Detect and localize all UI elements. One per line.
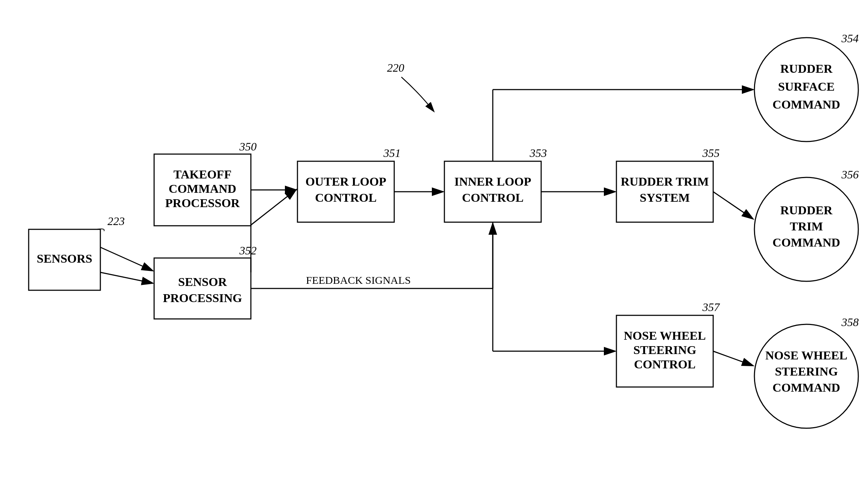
nose-wheel-cmd-label-2: STEERING xyxy=(775,365,838,378)
rudder-trim-cmd-ref: 356 xyxy=(841,168,859,181)
rudder-trim-sys-ref: 355 xyxy=(702,147,720,159)
sensors-label: SENSORS xyxy=(37,252,92,265)
feedback-label: FEEDBACK SIGNALS xyxy=(306,274,411,286)
nose-wheel-ctrl-label-2: STEERING xyxy=(633,343,696,357)
takeoff-label-2: COMMAND xyxy=(169,182,237,195)
diagram-container: 220 SENSORS 223 TAKEOFF COMMAND PROCESSO… xyxy=(0,0,868,492)
nose-wheel-cmd-ref: 358 xyxy=(841,316,859,329)
rudder-trim-sys-label-1: RUDDER TRIM xyxy=(621,175,709,188)
rudder-surface-label-2: SURFACE xyxy=(778,80,835,93)
sensorproc-to-outer-h xyxy=(251,190,296,225)
rudder-trim-cmd-label-3: COMMAND xyxy=(773,236,840,249)
rudder-trim-sys-to-cmd xyxy=(713,192,753,219)
rudder-trim-cmd-label-2: TRIM xyxy=(790,220,823,233)
nose-ctrl-to-cmd xyxy=(713,351,753,366)
rudder-surface-ref: 354 xyxy=(841,32,859,45)
outer-loop-ref: 351 xyxy=(383,147,401,159)
sensors-to-sensorproc-1 xyxy=(100,247,152,271)
inner-loop-ref: 353 xyxy=(529,147,547,159)
outer-loop-label-2: CONTROL xyxy=(315,191,377,204)
nose-wheel-ctrl-label-3: CONTROL xyxy=(634,358,696,371)
rudder-surface-label-3: COMMAND xyxy=(773,98,840,111)
sensors-ref: 223 xyxy=(108,215,125,228)
inner-loop-label-1: INNER LOOP xyxy=(454,175,531,188)
rudder-surface-label-1: RUDDER xyxy=(780,62,833,75)
rudder-trim-sys-label-2: SYSTEM xyxy=(640,191,690,204)
nose-wheel-cmd-label-3: COMMAND xyxy=(773,381,840,394)
sensor-proc-label-2: PROCESSING xyxy=(163,291,242,305)
nose-wheel-cmd-label-1: NOSE WHEEL xyxy=(766,349,848,362)
takeoff-label-1: TAKEOFF xyxy=(173,168,232,181)
sensor-proc-label-1: SENSOR xyxy=(178,275,227,288)
rudder-trim-cmd-label-1: RUDDER xyxy=(780,204,833,217)
outer-loop-label-1: OUTER LOOP xyxy=(305,175,386,188)
takeoff-ref: 350 xyxy=(239,140,257,153)
sensors-to-sensorproc-2 xyxy=(100,272,152,283)
nose-wheel-ctrl-ref: 357 xyxy=(702,301,720,314)
nose-wheel-ctrl-label-1: NOSE WHEEL xyxy=(624,329,706,342)
inner-loop-label-2: CONTROL xyxy=(462,191,524,204)
sensor-proc-ref: 352 xyxy=(239,244,257,257)
ref-220: 220 xyxy=(387,61,404,74)
sensor-proc-box xyxy=(154,258,251,319)
takeoff-label-3: PROCESSOR xyxy=(165,196,240,210)
